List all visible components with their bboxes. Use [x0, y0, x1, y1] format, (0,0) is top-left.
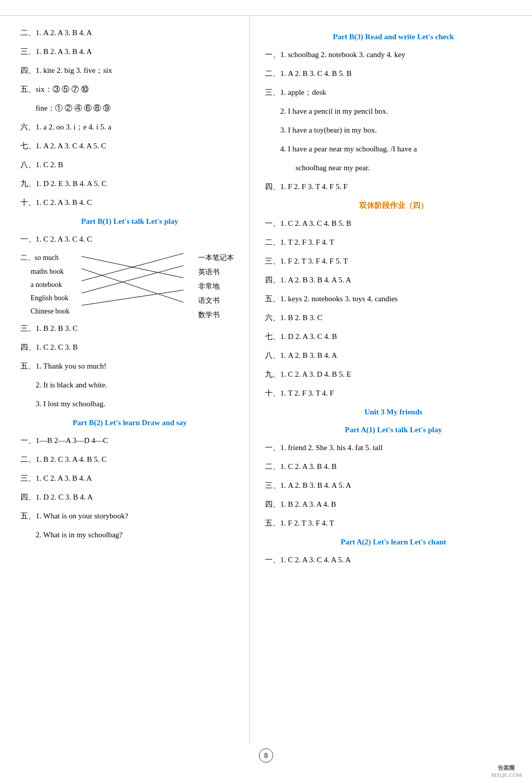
sl3: 三、1. F 2. T 3. F 4. F 5. T [265, 254, 522, 268]
sl9: 九、1. C 2. A 3. D 4. B 5. E [265, 368, 522, 381]
matching-left: 二、so much maths book a notebook English … [20, 251, 82, 316]
partb2-line3: 三、1. C 2. A 3. B 4. A [20, 472, 239, 485]
line-jiu: 九、1. D 2. E 3. B 4. A 5. C [20, 177, 239, 191]
svg-line-4 [82, 290, 183, 305]
content-area: 二、1. A 2. A 3. B 4. A 三、1. B 2. A 3. B 4… [0, 15, 532, 743]
sl2: 二、1. T 2. F 3. F 4. T [265, 236, 522, 249]
line-fine: fine：① ② ④ ⑥ ⑧ ⑨ [36, 101, 239, 115]
partb3-title: Part B(3) Read and write Let's check [265, 30, 522, 44]
a1l4: 四、1. B 2. A 3. A 4. B [265, 498, 522, 511]
match-left-1: 二、so much [20, 253, 82, 263]
svg-line-1 [82, 269, 183, 302]
sl4: 四、1. A 2. B 3. B 4. A 5. A [265, 273, 522, 287]
sl6: 六、1. B 2. B 3. C [265, 311, 522, 325]
parta1-title: Part A(1) Let's talk Let's play [265, 423, 522, 437]
partb1-after2: 四、1. C 2. C 3. B [20, 341, 239, 354]
line-er: 二、1. A 2. A 3. B 4. A [20, 26, 239, 40]
sl5: 五、1. keys 2. notebooks 3. toys 4. candie… [265, 292, 522, 306]
partb2-line4: 四、1. D 2. C 3. B 4. A [20, 490, 239, 504]
page-number: 8 [259, 748, 273, 763]
watermark-bottom: MXQE.COM [491, 772, 522, 778]
page: 二、1. A 2. A 3. B 4. A 三、1. B 2. A 3. B 4… [0, 0, 532, 783]
matching-lines-area [82, 251, 198, 312]
rb3-line2: 二、1. A 2. B 3. C 4. B 5. B [265, 67, 522, 81]
sl1: 一、1. C 2. A 3. C 4. B 5. B [265, 217, 522, 230]
matching-exercise: 二、so much maths book a notebook English … [20, 251, 239, 320]
rb3-line1: 一、1. schoolbag 2. notebook 3. candy 4. k… [265, 48, 522, 62]
line-shi: 十、1. C 2. A 3. B 4. C [20, 196, 239, 210]
svg-line-2 [82, 253, 183, 281]
unit3-title: Unit 3 My friends [265, 405, 522, 419]
rb3-line3: 三、1. apple；desk [265, 86, 522, 99]
a1l3: 三、1. A 2. B 3. B 4. A 5. A [265, 479, 522, 492]
partb1-after3: 五、1. Thank you so much! [20, 359, 239, 373]
line-ba: 八、1. C 2. B [20, 158, 239, 172]
right-column: Part B(3) Read and write Let's check 一、1… [250, 16, 532, 743]
partb2-line5: 五、1. What is on your storybook? [20, 509, 239, 523]
rb3-line7: schoolbag near my pear. [296, 161, 522, 175]
match-right-3: 非常地 [198, 282, 239, 291]
parta2-title: Part A(2) Let's learn Let's chant [265, 535, 522, 549]
sl8: 八、1. A 2. B 3. B 4. A [265, 349, 522, 362]
partb1-after5: 3. I lost my schoolbag. [36, 397, 239, 411]
sl7: 七、1. D 2. A 3. C 4. B [265, 330, 522, 344]
match-right-4: 语文书 [198, 296, 239, 305]
line-san: 三、1. B 2. A 3. B 4. A [20, 45, 239, 59]
match-right-5: 数学书 [198, 310, 239, 320]
rb3-line4: 2. I have a pencil in my pencil box. [280, 105, 522, 118]
matching-svg [82, 251, 183, 312]
partb2-line2: 二、1. B 2. C 3. A 4. B 5. C [20, 453, 239, 466]
match-left-5: Chinese book [31, 307, 82, 316]
a1l1: 一、1. friend 2. She 3. his 4. fat 5. tall [265, 441, 522, 455]
watermark: 告案圈 MXQE.COM [491, 764, 522, 778]
match-right-1: 一本笔记本 [198, 253, 239, 263]
svg-line-3 [82, 266, 183, 293]
match-left-4: English book [31, 294, 82, 302]
partb2-line6: 2. What is in my schoolbag? [36, 528, 239, 542]
rb3-line8: 四、1. F 2. F 3. T 4. F 5. F [265, 180, 522, 194]
line-qi: 七、1. A 2. A 3. C 4. A 5. C [20, 139, 239, 153]
shuanxiu-title: 双休阶段作业（四） [265, 199, 522, 213]
partb2-line1: 一、1—B 2—A 3—D 4—C [20, 434, 239, 448]
line-wu: 五、six：③ ⑤ ⑦ ⑩ [20, 83, 239, 96]
a1l5: 五、1. F 2. T 3. F 4. T [265, 516, 522, 530]
a2l1: 一、1. C 2. A 3. C 4. A 5. A [265, 553, 522, 567]
partb1-title: Part B(1) Let's talk Let's play [20, 215, 239, 228]
rb3-line5: 3. I have a toy(bear) in my box. [280, 123, 522, 137]
partb1-line1: 一、1. C 2. A 3. C 4. C [20, 232, 239, 246]
match-right-2: 英语书 [198, 268, 239, 277]
left-column: 二、1. A 2. A 3. B 4. A 三、1. B 2. A 3. B 4… [0, 16, 250, 743]
match-left-3: a notebook [31, 281, 82, 289]
partb1-after4: 2. It is black and white. [36, 378, 239, 392]
sl10: 十、1. T 2. F 3. T 4. F [265, 386, 522, 400]
match-left-2: maths book [31, 268, 82, 276]
line-liu: 六、1. a 2. oo 3. i；e 4. i 5. a [20, 120, 239, 134]
partb2-title: Part B(2) Let's learn Draw and say [20, 416, 239, 430]
rb3-line6: 4. I have a pear near my schoolbag. /I h… [280, 142, 522, 156]
line-si: 四、1. kite 2. big 3. five；six [20, 64, 239, 77]
a1l2: 二、1. C 2. A 3. B 4. B [265, 460, 522, 474]
watermark-top: 告案圈 [491, 764, 522, 772]
matching-right: 一本笔记本 英语书 非常地 语文书 数学书 [198, 251, 239, 320]
page-number-container: 8 [0, 748, 532, 763]
partb1-after1: 三、1. B 2. B 3. C [20, 322, 239, 335]
